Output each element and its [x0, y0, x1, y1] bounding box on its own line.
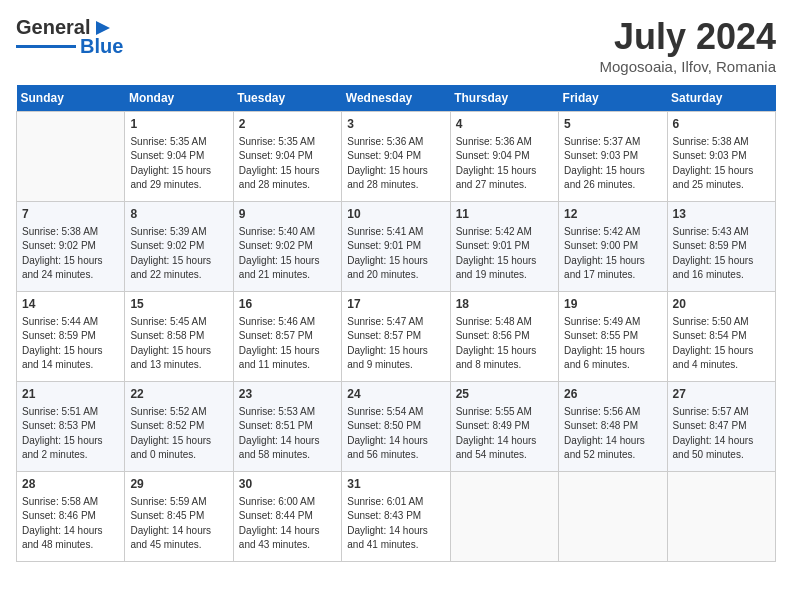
- sunrise-text: Sunrise: 5:59 AM: [130, 495, 227, 510]
- col-header-friday: Friday: [559, 85, 667, 112]
- sunset-text: Sunset: 9:03 PM: [673, 149, 770, 164]
- day-info: Sunrise: 5:51 AMSunset: 8:53 PMDaylight:…: [22, 405, 119, 463]
- day-number: 13: [673, 206, 770, 223]
- day-number: 26: [564, 386, 661, 403]
- sunrise-text: Sunrise: 6:01 AM: [347, 495, 444, 510]
- sunset-text: Sunset: 9:01 PM: [347, 239, 444, 254]
- sunset-text: Sunset: 8:59 PM: [673, 239, 770, 254]
- sunrise-text: Sunrise: 5:44 AM: [22, 315, 119, 330]
- sunset-text: Sunset: 8:44 PM: [239, 509, 336, 524]
- sunrise-text: Sunrise: 5:40 AM: [239, 225, 336, 240]
- day-number: 22: [130, 386, 227, 403]
- calendar-cell: 18Sunrise: 5:48 AMSunset: 8:56 PMDayligh…: [450, 292, 558, 382]
- week-row-5: 28Sunrise: 5:58 AMSunset: 8:46 PMDayligh…: [17, 472, 776, 562]
- daylight-text: Daylight: 14 hours and 50 minutes.: [673, 434, 770, 463]
- sunrise-text: Sunrise: 5:37 AM: [564, 135, 661, 150]
- daylight-text: Daylight: 15 hours and 4 minutes.: [673, 344, 770, 373]
- day-number: 10: [347, 206, 444, 223]
- day-info: Sunrise: 5:44 AMSunset: 8:59 PMDaylight:…: [22, 315, 119, 373]
- daylight-text: Daylight: 15 hours and 2 minutes.: [22, 434, 119, 463]
- week-row-4: 21Sunrise: 5:51 AMSunset: 8:53 PMDayligh…: [17, 382, 776, 472]
- daylight-text: Daylight: 15 hours and 29 minutes.: [130, 164, 227, 193]
- calendar-cell: 16Sunrise: 5:46 AMSunset: 8:57 PMDayligh…: [233, 292, 341, 382]
- sunrise-text: Sunrise: 5:42 AM: [564, 225, 661, 240]
- calendar-cell: 31Sunrise: 6:01 AMSunset: 8:43 PMDayligh…: [342, 472, 450, 562]
- col-header-wednesday: Wednesday: [342, 85, 450, 112]
- col-header-saturday: Saturday: [667, 85, 775, 112]
- day-number: 5: [564, 116, 661, 133]
- day-number: 21: [22, 386, 119, 403]
- sunrise-text: Sunrise: 5:41 AM: [347, 225, 444, 240]
- calendar-cell: 4Sunrise: 5:36 AMSunset: 9:04 PMDaylight…: [450, 112, 558, 202]
- sunrise-text: Sunrise: 5:35 AM: [130, 135, 227, 150]
- calendar-cell: 15Sunrise: 5:45 AMSunset: 8:58 PMDayligh…: [125, 292, 233, 382]
- col-header-tuesday: Tuesday: [233, 85, 341, 112]
- sunrise-text: Sunrise: 5:39 AM: [130, 225, 227, 240]
- day-info: Sunrise: 5:57 AMSunset: 8:47 PMDaylight:…: [673, 405, 770, 463]
- sunset-text: Sunset: 9:04 PM: [347, 149, 444, 164]
- day-number: 23: [239, 386, 336, 403]
- sunset-text: Sunset: 8:54 PM: [673, 329, 770, 344]
- daylight-text: Daylight: 15 hours and 0 minutes.: [130, 434, 227, 463]
- calendar-cell: 7Sunrise: 5:38 AMSunset: 9:02 PMDaylight…: [17, 202, 125, 292]
- day-info: Sunrise: 5:37 AMSunset: 9:03 PMDaylight:…: [564, 135, 661, 193]
- calendar-cell: [667, 472, 775, 562]
- sunset-text: Sunset: 9:04 PM: [239, 149, 336, 164]
- day-number: 14: [22, 296, 119, 313]
- calendar-cell: [559, 472, 667, 562]
- calendar-cell: 21Sunrise: 5:51 AMSunset: 8:53 PMDayligh…: [17, 382, 125, 472]
- daylight-text: Daylight: 15 hours and 19 minutes.: [456, 254, 553, 283]
- day-number: 17: [347, 296, 444, 313]
- calendar-cell: 10Sunrise: 5:41 AMSunset: 9:01 PMDayligh…: [342, 202, 450, 292]
- calendar-table: SundayMondayTuesdayWednesdayThursdayFrid…: [16, 85, 776, 562]
- day-info: Sunrise: 5:35 AMSunset: 9:04 PMDaylight:…: [239, 135, 336, 193]
- sunrise-text: Sunrise: 5:56 AM: [564, 405, 661, 420]
- day-number: 1: [130, 116, 227, 133]
- svg-marker-0: [96, 21, 110, 35]
- day-number: 29: [130, 476, 227, 493]
- day-number: 18: [456, 296, 553, 313]
- calendar-cell: 30Sunrise: 6:00 AMSunset: 8:44 PMDayligh…: [233, 472, 341, 562]
- daylight-text: Daylight: 15 hours and 24 minutes.: [22, 254, 119, 283]
- calendar-cell: 2Sunrise: 5:35 AMSunset: 9:04 PMDaylight…: [233, 112, 341, 202]
- sunrise-text: Sunrise: 5:43 AM: [673, 225, 770, 240]
- calendar-cell: 28Sunrise: 5:58 AMSunset: 8:46 PMDayligh…: [17, 472, 125, 562]
- week-row-1: 1Sunrise: 5:35 AMSunset: 9:04 PMDaylight…: [17, 112, 776, 202]
- day-info: Sunrise: 5:39 AMSunset: 9:02 PMDaylight:…: [130, 225, 227, 283]
- daylight-text: Daylight: 14 hours and 45 minutes.: [130, 524, 227, 553]
- sunset-text: Sunset: 8:51 PM: [239, 419, 336, 434]
- sunset-text: Sunset: 8:53 PM: [22, 419, 119, 434]
- sunrise-text: Sunrise: 5:58 AM: [22, 495, 119, 510]
- sunset-text: Sunset: 9:02 PM: [22, 239, 119, 254]
- sunset-text: Sunset: 8:56 PM: [456, 329, 553, 344]
- sunset-text: Sunset: 9:02 PM: [130, 239, 227, 254]
- sunrise-text: Sunrise: 5:51 AM: [22, 405, 119, 420]
- col-header-monday: Monday: [125, 85, 233, 112]
- day-info: Sunrise: 5:59 AMSunset: 8:45 PMDaylight:…: [130, 495, 227, 553]
- daylight-text: Daylight: 15 hours and 17 minutes.: [564, 254, 661, 283]
- calendar-cell: 14Sunrise: 5:44 AMSunset: 8:59 PMDayligh…: [17, 292, 125, 382]
- sunrise-text: Sunrise: 5:42 AM: [456, 225, 553, 240]
- daylight-text: Daylight: 14 hours and 52 minutes.: [564, 434, 661, 463]
- day-info: Sunrise: 5:48 AMSunset: 8:56 PMDaylight:…: [456, 315, 553, 373]
- day-info: Sunrise: 5:43 AMSunset: 8:59 PMDaylight:…: [673, 225, 770, 283]
- daylight-text: Daylight: 14 hours and 56 minutes.: [347, 434, 444, 463]
- calendar-cell: 3Sunrise: 5:36 AMSunset: 9:04 PMDaylight…: [342, 112, 450, 202]
- day-info: Sunrise: 5:41 AMSunset: 9:01 PMDaylight:…: [347, 225, 444, 283]
- day-number: 20: [673, 296, 770, 313]
- month-title: July 2024: [600, 16, 776, 58]
- sunset-text: Sunset: 9:03 PM: [564, 149, 661, 164]
- day-info: Sunrise: 5:35 AMSunset: 9:04 PMDaylight:…: [130, 135, 227, 193]
- logo: General Blue: [16, 16, 123, 58]
- daylight-text: Daylight: 15 hours and 13 minutes.: [130, 344, 227, 373]
- sunset-text: Sunset: 9:02 PM: [239, 239, 336, 254]
- calendar-cell: 26Sunrise: 5:56 AMSunset: 8:48 PMDayligh…: [559, 382, 667, 472]
- day-number: 31: [347, 476, 444, 493]
- sunrise-text: Sunrise: 5:36 AM: [347, 135, 444, 150]
- sunset-text: Sunset: 8:58 PM: [130, 329, 227, 344]
- calendar-cell: 17Sunrise: 5:47 AMSunset: 8:57 PMDayligh…: [342, 292, 450, 382]
- sunset-text: Sunset: 8:47 PM: [673, 419, 770, 434]
- day-number: 30: [239, 476, 336, 493]
- day-number: 4: [456, 116, 553, 133]
- sunset-text: Sunset: 9:00 PM: [564, 239, 661, 254]
